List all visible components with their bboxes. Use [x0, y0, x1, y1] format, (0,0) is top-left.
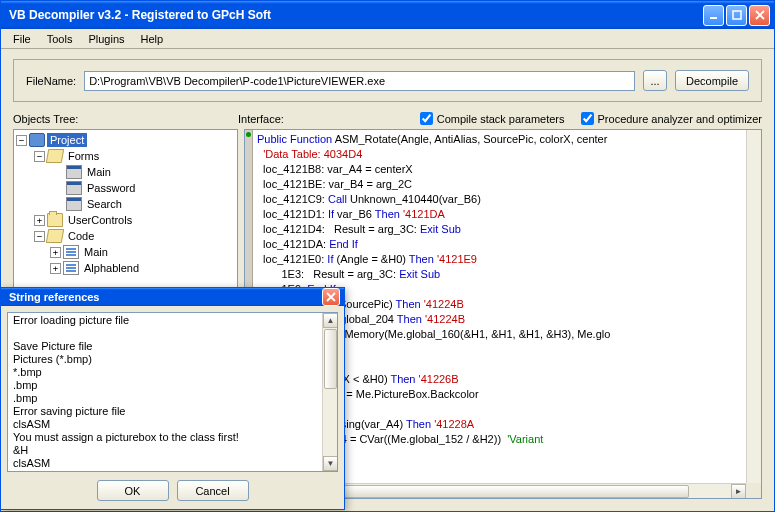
marker-icon — [246, 132, 251, 137]
compile-stack-checkbox-wrap[interactable]: Compile stack parameters — [420, 112, 565, 125]
scroll-thumb[interactable] — [324, 329, 337, 389]
form-icon — [66, 165, 82, 179]
expander-icon[interactable]: + — [50, 263, 61, 274]
proc-analyzer-checkbox-wrap[interactable]: Procedure analyzer and optimizer — [581, 112, 762, 125]
maximize-button[interactable] — [726, 5, 747, 26]
close-button[interactable] — [749, 5, 770, 26]
menu-file[interactable]: File — [5, 31, 39, 47]
list-item[interactable]: .bmp — [9, 392, 336, 405]
tree-usercontrols[interactable]: UserControls — [65, 213, 135, 227]
filename-label: FileName: — [26, 75, 76, 87]
folder-open-icon — [46, 149, 64, 163]
dialog-titlebar[interactable]: String references — [1, 288, 344, 306]
scroll-right-button[interactable]: ► — [731, 484, 746, 499]
dialog-title: String references — [5, 291, 320, 303]
vertical-scrollbar[interactable] — [746, 130, 761, 483]
expander-icon[interactable]: − — [34, 231, 45, 242]
expander-icon[interactable]: − — [34, 151, 45, 162]
list-item[interactable] — [9, 327, 336, 340]
list-item[interactable]: Save Picture file — [9, 340, 336, 353]
tree-forms[interactable]: Forms — [65, 149, 102, 163]
list-item[interactable]: clsASM — [9, 457, 336, 470]
scrollbar-corner — [746, 483, 761, 498]
tree-form-main[interactable]: Main — [84, 165, 114, 179]
list-item[interactable]: You must assign a picturebox to the clas… — [9, 431, 336, 444]
list-item[interactable]: .bmp — [9, 379, 336, 392]
tree-mod-alphablend[interactable]: Alphablend — [81, 261, 142, 275]
minimize-button[interactable] — [703, 5, 724, 26]
module-icon — [63, 261, 79, 275]
list-item[interactable]: clsASM — [9, 418, 336, 431]
proc-analyzer-label: Procedure analyzer and optimizer — [598, 113, 762, 125]
browse-button[interactable]: ... — [643, 70, 667, 91]
menu-help[interactable]: Help — [133, 31, 172, 47]
list-item[interactable]: Pictures (*.bmp) — [9, 353, 336, 366]
main-titlebar: VB Decompiler v3.2 - Registered to GPcH … — [1, 1, 774, 29]
tree-project[interactable]: Project — [47, 133, 87, 147]
tree-mod-main[interactable]: Main — [81, 245, 111, 259]
dialog-close-button[interactable] — [322, 288, 340, 306]
module-icon — [63, 245, 79, 259]
string-listbox[interactable]: Error loading picture file Save Picture … — [7, 312, 338, 472]
scroll-down-button[interactable]: ▼ — [323, 456, 338, 471]
filename-input[interactable] — [84, 71, 635, 91]
svg-rect-0 — [710, 17, 717, 19]
listbox-scrollbar[interactable]: ▲ ▼ — [322, 313, 337, 471]
tree-code[interactable]: Code — [65, 229, 97, 243]
list-item[interactable]: Error saving picture file — [9, 405, 336, 418]
window-title: VB Decompiler v3.2 - Registered to GPcH … — [5, 8, 701, 22]
form-icon — [66, 181, 82, 195]
list-item[interactable]: *.bmp — [9, 366, 336, 379]
project-icon — [29, 133, 45, 147]
menu-tools[interactable]: Tools — [39, 31, 81, 47]
objects-tree-label: Objects Tree: — [13, 113, 238, 125]
folder-open-icon — [46, 229, 64, 243]
ok-button[interactable]: OK — [97, 480, 169, 501]
headers-row: Objects Tree: Interface: Compile stack p… — [1, 112, 774, 129]
scroll-up-button[interactable]: ▲ — [323, 313, 338, 328]
expander-icon[interactable]: − — [16, 135, 27, 146]
tree-form-password[interactable]: Password — [84, 181, 138, 195]
compile-stack-checkbox[interactable] — [420, 112, 433, 125]
cancel-button[interactable]: Cancel — [177, 480, 249, 501]
menu-plugins[interactable]: Plugins — [80, 31, 132, 47]
decompile-button[interactable]: Decompile — [675, 70, 749, 91]
menubar: File Tools Plugins Help — [1, 29, 774, 49]
string-references-dialog: String references Error loading picture … — [0, 287, 345, 510]
filename-panel: FileName: ... Decompile — [13, 59, 762, 102]
compile-stack-label: Compile stack parameters — [437, 113, 565, 125]
folder-closed-icon — [47, 213, 63, 227]
list-item[interactable]: &H — [9, 444, 336, 457]
expander-icon[interactable]: + — [34, 215, 45, 226]
form-icon — [66, 197, 82, 211]
svg-rect-1 — [733, 11, 741, 19]
tree-form-search[interactable]: Search — [84, 197, 125, 211]
proc-analyzer-checkbox[interactable] — [581, 112, 594, 125]
list-item[interactable]: Error loading picture file — [9, 314, 336, 327]
interface-label: Interface: — [238, 113, 284, 125]
expander-icon[interactable]: + — [50, 247, 61, 258]
